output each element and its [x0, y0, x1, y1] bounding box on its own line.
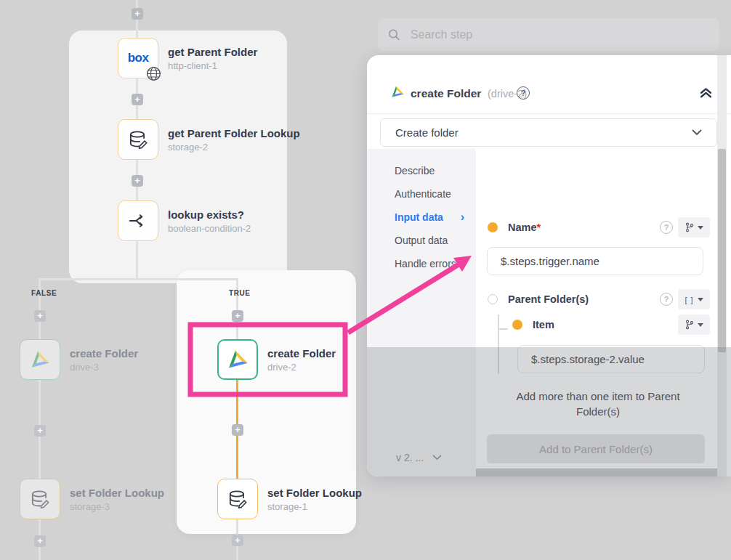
google-drive-icon [226, 349, 249, 370]
workflow-step-storage-1[interactable]: set Folder Lookup storage-1 [217, 479, 362, 519]
input-data-form: Name* Parent Folder(s) [476, 149, 720, 476]
tree-connector [498, 315, 499, 374]
filled-status-dot [512, 320, 522, 330]
step-id: drive-2 [267, 362, 336, 373]
array-brackets-icon [684, 293, 693, 306]
step-icon-box [217, 339, 258, 380]
add-step-button[interactable] [132, 94, 143, 105]
caret-down-icon [698, 226, 703, 230]
workflow-builder-screen: FALSE TRUE box get Parent Folder http-cl… [0, 0, 731, 560]
step-search-bar [378, 18, 719, 51]
tab-input-data[interactable]: Input data [367, 206, 476, 229]
workflow-step-drive-2[interactable]: create Folder drive-2 [217, 339, 336, 380]
add-step-button[interactable] [34, 425, 46, 437]
caret-down-icon [698, 298, 703, 301]
google-drive-icon [390, 85, 405, 99]
workflow-step-drive-3[interactable]: create Folder drive-3 [20, 339, 138, 380]
branch-label-false: FALSE [31, 289, 57, 297]
version-selector[interactable]: v 2. ... [396, 452, 442, 463]
parent-folders-label: Parent Folder(s) [508, 293, 589, 305]
database-edit-icon [227, 488, 249, 510]
name-value-input[interactable] [487, 247, 703, 275]
step-title: set Folder Lookup [267, 487, 362, 499]
workflow-step-http-client-1[interactable]: box get Parent Folder http-client-1 [118, 38, 257, 78]
branch-label-true: TRUE [229, 289, 251, 297]
step-title: create Folder [70, 347, 138, 360]
step-icon-box [118, 200, 158, 241]
add-to-parent-folders-button[interactable]: Add to Parent Folder(s) [487, 434, 705, 463]
add-step-button[interactable] [132, 175, 143, 187]
double-chevron-up-icon [700, 87, 712, 98]
name-field-row: Name* [488, 222, 541, 233]
jsonpath-branch-icon [685, 222, 694, 232]
name-field-label: Name* [508, 222, 541, 233]
field-type-array-button[interactable] [678, 289, 710, 309]
add-step-button[interactable] [34, 535, 46, 547]
branch-condition-icon [127, 210, 149, 232]
globe-icon [146, 66, 161, 81]
field-type-jsonpath-button[interactable] [678, 217, 710, 238]
collapse-panel-button[interactable] [700, 87, 712, 101]
step-icon-box [20, 479, 60, 519]
empty-status-dot [488, 294, 498, 304]
database-edit-icon [29, 488, 51, 510]
step-id: storage-2 [168, 142, 300, 153]
scrollbar-thumb[interactable] [718, 149, 726, 352]
panel-tab-list: Describe Authenticate Input data Output … [367, 149, 476, 476]
workflow-step-storage-2[interactable]: get Parent Folder Lookup storage-2 [118, 119, 300, 160]
help-icon[interactable] [517, 86, 530, 100]
step-icon-box [20, 339, 60, 380]
add-step-button[interactable] [132, 8, 143, 20]
version-label: v 2. ... [396, 452, 424, 463]
item-value-input[interactable] [517, 345, 705, 373]
add-item-helper-text: Add more than one item to Parent Folder(… [498, 389, 698, 419]
tab-handle-errors[interactable]: Handle errors [367, 252, 476, 275]
step-id: boolean-condition-2 [168, 223, 251, 234]
item-label: Item [533, 319, 554, 330]
add-step-button[interactable] [232, 310, 243, 322]
help-icon[interactable] [660, 293, 673, 306]
parent-folders-row: Parent Folder(s) [488, 293, 589, 305]
chevron-down-icon [432, 455, 442, 460]
add-step-button[interactable] [34, 310, 46, 322]
step-id: storage-1 [267, 501, 362, 512]
search-input[interactable] [409, 28, 709, 42]
divider [367, 113, 731, 114]
workflow-step-storage-3[interactable]: set Folder Lookup storage-3 [20, 479, 164, 519]
step-title: get Parent Folder Lookup [168, 127, 300, 139]
step-icon-box [118, 119, 158, 160]
step-icon-box [217, 479, 258, 519]
step-properties-panel: create Folder (drive-2) Create folder De… [367, 55, 731, 476]
caret-down-icon [698, 323, 703, 327]
connector-line [39, 278, 238, 280]
step-title: create Folder [267, 347, 336, 360]
add-step-button[interactable] [232, 424, 243, 436]
field-type-jsonpath-button[interactable] [678, 315, 710, 335]
chevron-down-icon [692, 129, 702, 136]
jsonpath-branch-icon [685, 320, 694, 330]
operation-select[interactable]: Create folder [380, 118, 717, 147]
connector-line [236, 278, 238, 339]
tab-authenticate[interactable]: Authenticate [367, 182, 476, 206]
add-step-button[interactable] [232, 535, 243, 546]
step-title: lookup exists? [168, 208, 251, 221]
operation-selected-value: Create folder [395, 126, 459, 139]
panel-header: create Folder (drive-2) [367, 55, 731, 114]
workflow-step-boolean-condition-2[interactable]: lookup exists? boolean-condition-2 [118, 200, 251, 241]
box-logo-icon: box [128, 51, 149, 65]
filled-status-dot [488, 222, 498, 232]
step-title: set Folder Lookup [70, 487, 164, 499]
google-drive-icon [29, 349, 51, 370]
tree-connector [498, 328, 508, 330]
horizontal-scrollbar[interactable] [476, 468, 717, 476]
step-id: drive-3 [70, 362, 138, 373]
tab-output-data[interactable]: Output data [367, 229, 476, 252]
search-icon [388, 28, 400, 41]
tab-describe[interactable]: Describe [367, 159, 476, 182]
step-id: http-client-1 [168, 60, 257, 71]
help-icon[interactable] [660, 221, 673, 234]
step-title: get Parent Folder [168, 46, 257, 58]
item-row: Item [512, 319, 554, 330]
database-edit-icon [127, 129, 149, 150]
panel-step-title: create Folder [411, 87, 481, 100]
